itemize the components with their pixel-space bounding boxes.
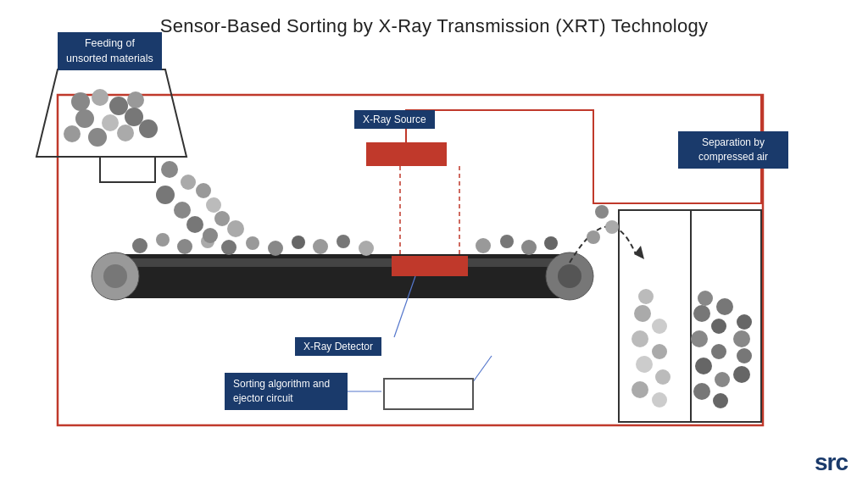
svg-point-8: [558, 264, 581, 288]
svg-line-16: [394, 276, 415, 337]
svg-point-43: [227, 220, 244, 237]
svg-rect-3: [100, 254, 583, 298]
svg-point-52: [88, 128, 107, 147]
svg-point-68: [695, 358, 712, 374]
svg-point-40: [186, 216, 203, 233]
xray-source-label: X-Ray Source: [354, 110, 435, 129]
svg-point-71: [713, 393, 728, 408]
svg-rect-0: [58, 95, 763, 425]
svg-point-44: [71, 92, 90, 111]
sorting-algorithm-label: Sorting algorithm andejector circuit: [225, 373, 348, 410]
svg-point-78: [587, 230, 600, 244]
svg-point-45: [92, 89, 108, 106]
svg-point-30: [476, 238, 491, 253]
svg-point-49: [102, 114, 119, 131]
svg-point-48: [75, 109, 94, 128]
svg-point-53: [117, 125, 134, 141]
svg-point-54: [139, 119, 158, 138]
svg-point-34: [161, 161, 178, 178]
svg-point-35: [181, 175, 196, 190]
svg-point-37: [196, 183, 211, 198]
svg-marker-15: [634, 246, 644, 259]
svg-point-5: [92, 252, 139, 300]
svg-point-32: [521, 240, 537, 255]
svg-rect-4: [119, 258, 565, 267]
svg-point-55: [634, 305, 651, 322]
svg-point-21: [177, 239, 192, 254]
src-logo: src: [815, 449, 848, 476]
svg-point-72: [698, 291, 713, 306]
svg-point-39: [206, 197, 221, 213]
svg-point-22: [201, 235, 214, 248]
xray-detector-label: X-Ray Detector: [295, 337, 381, 356]
svg-rect-9: [366, 142, 447, 166]
svg-point-38: [174, 202, 191, 219]
svg-point-74: [737, 314, 752, 330]
svg-point-75: [733, 330, 750, 347]
svg-point-33: [544, 236, 558, 250]
svg-point-25: [268, 241, 283, 256]
svg-point-79: [605, 220, 619, 234]
svg-point-6: [103, 264, 127, 288]
svg-point-29: [359, 241, 374, 256]
svg-point-47: [127, 92, 144, 108]
svg-point-63: [638, 289, 654, 304]
svg-point-73: [716, 298, 733, 315]
svg-point-27: [313, 239, 328, 254]
svg-point-66: [691, 330, 708, 347]
svg-point-41: [214, 211, 230, 226]
svg-point-67: [711, 344, 726, 359]
svg-point-80: [595, 205, 609, 219]
svg-rect-10: [392, 256, 468, 276]
svg-point-7: [546, 252, 593, 300]
svg-line-18: [466, 356, 492, 391]
svg-point-28: [337, 235, 350, 248]
separation-label: Separation bycompressed air: [678, 131, 788, 169]
svg-point-23: [221, 240, 236, 255]
svg-point-57: [632, 330, 648, 347]
feeding-label: Feeding ofunsorted materials: [58, 32, 162, 70]
svg-point-56: [652, 319, 667, 334]
svg-point-62: [652, 392, 667, 408]
svg-marker-1: [36, 69, 186, 157]
svg-point-77: [733, 366, 750, 383]
svg-point-76: [737, 348, 752, 363]
svg-rect-2: [100, 157, 155, 182]
svg-point-65: [711, 319, 726, 334]
svg-rect-81: [384, 379, 473, 409]
svg-point-20: [156, 233, 170, 247]
svg-point-60: [655, 369, 670, 385]
svg-point-58: [652, 344, 667, 359]
svg-point-36: [156, 186, 175, 204]
svg-point-64: [693, 305, 710, 322]
svg-point-59: [636, 356, 653, 373]
svg-point-69: [715, 372, 730, 387]
svg-point-51: [64, 125, 81, 142]
svg-point-19: [132, 238, 147, 253]
svg-point-61: [632, 381, 648, 398]
svg-point-50: [125, 108, 143, 126]
svg-point-70: [693, 383, 710, 400]
svg-point-31: [500, 235, 514, 248]
svg-point-24: [246, 236, 259, 250]
svg-rect-13: [619, 210, 761, 422]
svg-point-42: [203, 228, 218, 243]
svg-point-26: [292, 236, 305, 249]
svg-point-46: [109, 97, 128, 115]
